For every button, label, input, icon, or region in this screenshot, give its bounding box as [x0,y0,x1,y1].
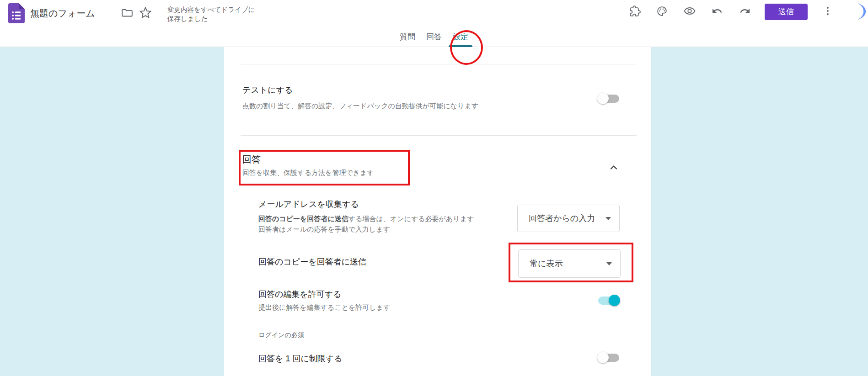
collect-email-select[interactable]: 回答者からの入力 [517,205,620,232]
toggle-thumb [597,93,609,104]
collect-email-note-bold: 回答のコピーを回答者に送信 [258,215,348,222]
save-status: 変更内容をすべてドライブに 保存しました [167,5,273,23]
app-header: 無題のフォーム 変更内容をすべてドライブに 保存しました [0,0,868,47]
collect-email-note2: 回答者はメールの応答を手動で入力します [258,225,390,234]
tab-responses[interactable]: 回答 [421,28,447,47]
star-icon [139,6,152,19]
settings-panel: テストにする 点数の割り当て、解答の設定、フィードバックの自動提供が可能になりま… [224,47,651,376]
active-tab-underline [449,45,472,47]
login-required-label: ログインの必須 [258,331,304,339]
chevron-up-icon [608,162,619,173]
account-avatar[interactable] [858,3,866,22]
tab-settings[interactable]: 設定 [447,28,474,47]
google-forms-settings-page: 無題のフォーム 変更内容をすべてドライブに 保存しました [0,0,868,376]
forms-logo-icon[interactable] [8,3,25,25]
send-copy-selected-value: 常に表示 [530,250,563,277]
allow-edit-title: 回答の編集を許可する [258,289,342,300]
move-folder-button[interactable] [118,4,136,22]
tab-questions[interactable]: 質問 [394,28,421,47]
quiz-setting-title: テストにする [242,85,293,95]
responses-section-title: 回答 [242,154,261,166]
divider [241,64,637,64]
customize-theme-button[interactable] [653,2,671,20]
redo-button[interactable] [736,2,754,20]
limit-one-response-toggle[interactable] [598,354,619,362]
star-button[interactable] [136,4,155,22]
dropdown-caret-icon [605,217,611,220]
collapse-section-button[interactable] [606,160,621,175]
quiz-setting-description: 点数の割り当て、解答の設定、フィードバックの自動提供が可能になります [242,102,478,111]
send-button[interactable]: 送信 [765,4,808,20]
undo-button[interactable] [708,2,726,20]
collect-email-selected-value: 回答者からの入力 [529,205,595,232]
send-copy-select[interactable]: 常に表示 [518,249,621,278]
more-options-button[interactable] [819,2,837,20]
extension-icon [629,5,641,17]
collect-email-note1: 回答のコピーを回答者に送信する場合は、オンにする必要があります [258,215,474,223]
avatar-arc-icon [858,3,866,20]
toggle-thumb [597,352,609,363]
theme-palette-icon [656,5,668,17]
preview-eye-icon [684,5,696,17]
form-title[interactable]: 無題のフォーム [30,7,95,20]
responses-section-description: 回答を収集、保護する方法を管理できます [242,169,374,177]
undo-icon [712,5,723,16]
collect-email-note-rest: する場合は、オンにする必要があります [348,215,474,222]
tab-settings-label: 設定 [453,32,468,41]
divider [241,135,637,136]
dropdown-caret-icon [606,262,612,265]
toggle-thumb [609,295,620,306]
folder-icon [121,7,133,19]
quiz-toggle[interactable] [598,95,619,103]
form-tabs: 質問 回答 設定 [0,28,868,47]
limit-one-response-title: 回答を 1 回に制限する [258,353,343,364]
more-vert-icon [822,5,833,16]
allow-edit-toggle[interactable] [598,297,619,305]
save-status-line2: 保存しました [167,14,273,23]
save-status-line1: 変更内容をすべてドライブに [167,5,273,14]
preview-button[interactable] [680,2,699,20]
collect-email-title: メールアドレスを収集する [258,199,359,210]
redo-icon [739,5,750,16]
add-ons-button[interactable] [626,2,644,20]
allow-edit-description: 提出後に解答を編集することを許可します [258,303,391,312]
send-copy-label: 回答のコピーを回答者に送信 [258,256,366,267]
